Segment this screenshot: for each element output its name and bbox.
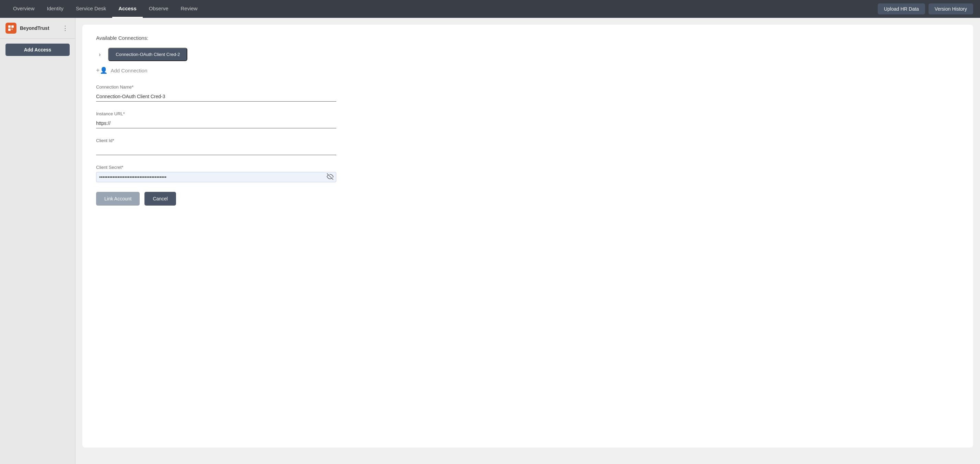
client-id-group: Client Id* (96, 138, 336, 155)
nav-overview[interactable]: Overview (7, 0, 41, 18)
nav-links: Overview Identity Service Desk Access Ob… (7, 0, 204, 18)
available-connections-title: Available Connections: (96, 35, 959, 41)
client-secret-group: Client Secret* (96, 165, 336, 182)
add-connection-row[interactable]: +👤 Add Connection (96, 67, 959, 74)
instance-url-group: Instance URL* (96, 111, 336, 128)
client-id-label: Client Id* (96, 138, 336, 143)
nav-observe[interactable]: Observe (143, 0, 175, 18)
nav-review[interactable]: Review (175, 0, 204, 18)
sidebar: BeyondTrust ⋮ Add Access (0, 18, 75, 464)
sidebar-more-button[interactable]: ⋮ (61, 23, 70, 33)
instance-url-input[interactable] (96, 118, 336, 128)
add-connection-icon: +👤 (96, 67, 107, 74)
svg-rect-2 (8, 29, 11, 31)
client-secret-wrapper (96, 172, 336, 182)
top-navigation: Overview Identity Service Desk Access Ob… (0, 0, 980, 18)
main-layout: BeyondTrust ⋮ Add Access Available Conne… (0, 18, 980, 464)
eye-off-icon (327, 173, 334, 180)
content-panel: Available Connections: › Connection-OAut… (82, 25, 973, 448)
upload-hr-data-button[interactable]: Upload HR Data (878, 3, 925, 14)
connection-item: › Connection-OAuth Client Cred-2 (96, 48, 959, 61)
cancel-button[interactable]: Cancel (145, 192, 176, 206)
add-access-button[interactable]: Add Access (5, 44, 70, 56)
toggle-secret-visibility-button[interactable] (327, 173, 334, 181)
connection-name-group: Connection Name* (96, 85, 336, 102)
link-account-button[interactable]: Link Account (96, 192, 140, 206)
version-history-button[interactable]: Version History (929, 3, 973, 14)
sidebar-header: BeyondTrust ⋮ (0, 18, 75, 39)
connection-badge-button[interactable]: Connection-OAuth Client Cred-2 (108, 48, 187, 61)
nav-actions: Upload HR Data Version History (878, 3, 973, 14)
svg-rect-0 (8, 26, 11, 28)
connection-name-label: Connection Name* (96, 85, 336, 89)
beyondtrust-logo-icon (8, 25, 14, 32)
brand-name-label: BeyondTrust (20, 26, 49, 31)
action-buttons-row: Link Account Cancel (96, 192, 959, 206)
svg-rect-1 (11, 26, 14, 28)
nav-service-desk[interactable]: Service Desk (70, 0, 112, 18)
nav-access[interactable]: Access (112, 0, 143, 18)
brand-icon (5, 23, 16, 33)
client-secret-label: Client Secret* (96, 165, 336, 170)
content-area: Available Connections: › Connection-OAut… (75, 18, 980, 464)
add-connection-label[interactable]: Add Connection (111, 68, 148, 73)
connection-name-input[interactable] (96, 92, 336, 102)
client-secret-input[interactable] (96, 172, 336, 182)
nav-identity[interactable]: Identity (41, 0, 70, 18)
connection-expand-chevron[interactable]: › (96, 50, 103, 59)
sidebar-brand: BeyondTrust (5, 23, 49, 33)
instance-url-label: Instance URL* (96, 111, 336, 116)
client-id-input[interactable] (96, 145, 336, 155)
